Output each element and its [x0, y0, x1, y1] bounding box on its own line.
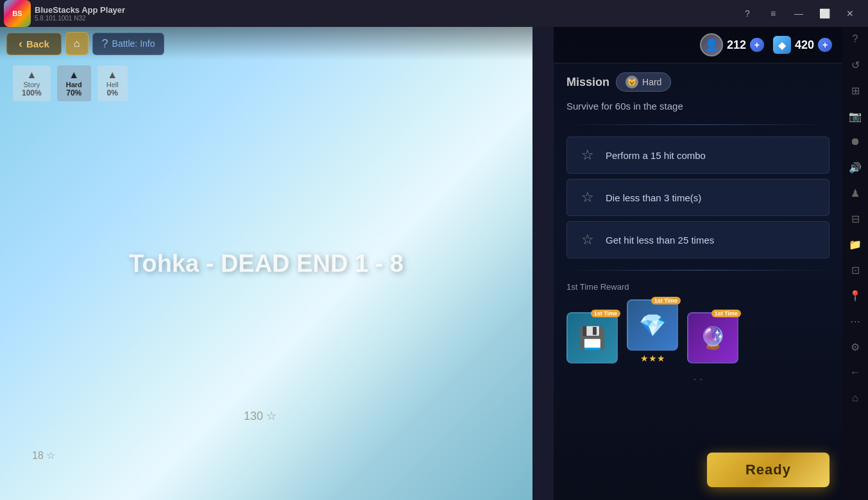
app-logo: BS — [4, 0, 31, 27]
coin-resource: 👤 212 + — [700, 33, 764, 56]
hell-icon: ▲ — [107, 69, 117, 80]
gem-resource: ◆ 420 + — [773, 36, 832, 54]
sidebar-icon-question[interactable]: ? — [844, 28, 867, 51]
sidebar-icon-back[interactable]: ← — [844, 361, 867, 384]
reward-stars-2: ★★★ — [640, 353, 665, 363]
mission-section: Mission 😺 Hard Survive for 60s in the st… — [554, 63, 842, 119]
title-bar: BS BlueStacks App Player 5.8.101.1001 N3… — [0, 0, 868, 27]
home-icon: ⌂ — [74, 38, 80, 49]
stage-title: Tohka - DEAD END 1 - 8 — [129, 250, 404, 278]
reward-badge-3: 1st Time — [711, 310, 741, 317]
hell-pct: 0% — [106, 88, 119, 97]
hard-icon: ▲ — [69, 69, 79, 80]
close-button[interactable]: ✕ — [837, 0, 863, 27]
back-chevron-icon: ‹ — [19, 37, 22, 51]
objective-text-3: Get hit less than 25 times — [606, 235, 819, 246]
objective-text-1: Perform a 15 hit combo — [606, 150, 819, 161]
reward-item-1: 1st Time 💾 — [566, 312, 618, 363]
app-name: BlueStacks App Player — [35, 5, 735, 15]
right-sidebar: ? ↺ ⊞ 📷 ⏺ 🔊 ♟ ⊟ 📁 ⊡ 📍 ⋯ ⚙ ← ⌂ — [842, 0, 868, 500]
sidebar-icon-record[interactable]: ⏺ — [844, 130, 867, 153]
divider-1 — [566, 124, 830, 125]
star-icon-3: ☆ — [577, 229, 598, 250]
score-decor-1: 130 ☆ — [244, 409, 277, 423]
maximize-button[interactable]: ⬜ — [812, 0, 837, 27]
reward-badge-2: 1st Time — [651, 297, 681, 304]
divider-2 — [566, 270, 830, 271]
reward-item-3: 1st Time 🔮 — [687, 312, 738, 363]
difficulty-badge: 😺 Hard — [616, 72, 671, 92]
sidebar-icon-pin[interactable]: 📍 — [844, 284, 867, 307]
player-avatar: 👤 — [700, 33, 723, 56]
sidebar-icon-grid[interactable]: ⊞ — [844, 79, 867, 102]
window-controls: ? ≡ — ⬜ ✕ — [735, 0, 863, 27]
objective-2: ☆ Die less than 3 time(s) — [566, 179, 830, 216]
minimize-button[interactable]: — — [786, 0, 812, 27]
sidebar-icon-home[interactable]: ⌂ — [844, 387, 867, 410]
sidebar-icon-game[interactable]: ♟ — [844, 181, 867, 204]
reward-label: 1st Time Reward — [566, 282, 830, 292]
right-panel: 👤 212 + ◆ 420 + Mission 😺 Hard Survive f… — [554, 27, 842, 500]
objective-3: ☆ Get hit less than 25 times — [566, 221, 830, 258]
diff-badge-text: Hard — [642, 77, 661, 87]
game-background: ‹ Back ⌂ ? Battle: Info ▲ Story 100% ▲ H… — [0, 27, 532, 500]
sidebar-icon-volume[interactable]: 🔊 — [844, 156, 867, 179]
reward-image-3: 🔮 — [687, 312, 738, 363]
mission-header: Mission 😺 Hard — [566, 72, 830, 92]
diff-tab-story[interactable]: ▲ Story 100% — [13, 65, 51, 101]
sidebar-icon-crop[interactable]: ⊡ — [844, 258, 867, 281]
objective-text-2: Die less than 3 time(s) — [606, 192, 819, 203]
sidebar-icon-settings[interactable]: ⚙ — [844, 335, 867, 358]
story-label: Story — [22, 81, 42, 88]
objective-1: ☆ Perform a 15 hit combo — [566, 137, 830, 174]
ready-section: Ready — [554, 442, 842, 500]
mission-label: Mission — [566, 76, 609, 89]
info-label: Battle: Info — [112, 38, 155, 49]
app-version: 5.8.101.1001 N32 — [35, 15, 735, 22]
mission-description: Survive for 60s in the stage — [566, 99, 830, 113]
coin-count: 212 — [727, 38, 746, 52]
sidebar-icon-resize[interactable]: ⊟ — [844, 207, 867, 230]
story-pct: 100% — [22, 88, 42, 97]
gem-count: 420 — [795, 38, 814, 52]
battle-info-button[interactable]: ? Battle: Info — [92, 33, 165, 55]
back-label: Back — [26, 38, 49, 49]
back-button[interactable]: ‹ Back — [6, 33, 62, 55]
hard-pct: 70% — [66, 88, 82, 97]
diff-tab-hell[interactable]: ▲ Hell 0% — [98, 65, 128, 101]
story-icon: ▲ — [26, 69, 37, 80]
home-button[interactable]: ⌂ — [65, 32, 89, 55]
ready-button[interactable]: Ready — [707, 453, 830, 487]
sidebar-icon-camera[interactable]: 📷 — [844, 104, 867, 128]
hard-label: Hard — [66, 81, 82, 88]
info-circle-icon: ? — [102, 37, 108, 51]
game-area: ‹ Back ⌂ ? Battle: Info ▲ Story 100% ▲ H… — [0, 27, 532, 500]
game-nav: ‹ Back ⌂ ? Battle: Info — [0, 27, 532, 60]
dots-decoration: · · — [554, 372, 842, 386]
sidebar-icon-refresh[interactable]: ↺ — [844, 53, 867, 76]
reward-section: 1st Time Reward 1st Time 💾 1st Time 💎 ★★… — [554, 276, 842, 370]
add-gems-button[interactable]: + — [818, 38, 832, 52]
sidebar-icon-folder[interactable]: 📁 — [844, 233, 867, 256]
sidebar-icon-more[interactable]: ⋯ — [844, 310, 867, 333]
resource-bar: 👤 212 + ◆ 420 + — [554, 27, 842, 63]
reward-badge-1: 1st Time — [591, 310, 620, 317]
reward-image-2: 💎 — [627, 299, 678, 351]
app-info: BlueStacks App Player 5.8.101.1001 N32 — [35, 5, 735, 22]
star-icon-1: ☆ — [577, 145, 598, 165]
diff-badge-icon: 😺 — [625, 76, 638, 88]
gem-icon: ◆ — [773, 36, 791, 54]
objectives-section: ☆ Perform a 15 hit combo ☆ Die less than… — [554, 130, 842, 265]
reward-items: 1st Time 💾 1st Time 💎 ★★★ 1st Time 🔮 — [566, 299, 830, 363]
difficulty-tabs: ▲ Story 100% ▲ Hard 70% ▲ Hell 0% — [13, 65, 128, 101]
diff-tab-hard[interactable]: ▲ Hard 70% — [57, 65, 91, 101]
hell-label: Hell — [106, 81, 119, 88]
help-button[interactable]: ? — [735, 0, 760, 27]
reward-item-2: 1st Time 💎 ★★★ — [627, 299, 678, 363]
score-decor-2: 18 ☆ — [32, 449, 55, 462]
reward-image-1: 💾 — [566, 312, 618, 363]
add-coins-button[interactable]: + — [750, 38, 764, 52]
menu-button[interactable]: ≡ — [760, 0, 786, 27]
star-icon-2: ☆ — [577, 187, 598, 208]
